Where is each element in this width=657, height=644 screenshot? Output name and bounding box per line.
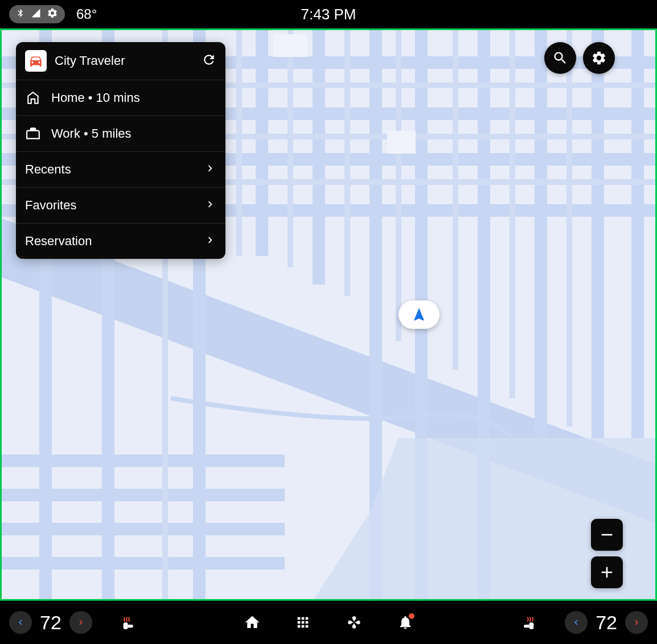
settings-button[interactable] (583, 42, 615, 74)
bluetooth-icon (16, 7, 25, 21)
right-temp-up-button[interactable] (625, 611, 648, 634)
map-view[interactable]: City Traveler Home • 10 mins Work • 5 mi… (0, 28, 657, 601)
chevron-right-icon (204, 198, 216, 213)
nav-item-recents-label: Recents (25, 162, 194, 177)
map-top-controls (544, 42, 615, 74)
search-button[interactable] (544, 42, 576, 74)
home-nav-button[interactable] (244, 614, 261, 631)
left-temp-up-button[interactable] (69, 611, 92, 634)
nav-item-favorites-label: Favorites (25, 198, 194, 213)
status-temperature: 68° (76, 6, 97, 22)
navigation-panel: City Traveler Home • 10 mins Work • 5 mi… (16, 42, 225, 259)
zoom-controls (591, 519, 623, 588)
notifications-nav-button[interactable] (397, 614, 413, 630)
refresh-button[interactable] (202, 52, 216, 69)
fan-nav-button[interactable] (345, 613, 363, 631)
app-title: City Traveler (55, 53, 194, 68)
app-icon (25, 50, 47, 72)
right-temperature: 72 (596, 612, 617, 634)
left-seat-heat-button[interactable] (120, 613, 138, 631)
right-temp-down-button[interactable] (565, 611, 588, 634)
nav-item-reservation[interactable]: Reservation (16, 224, 225, 259)
nav-item-home-label: Home • 10 mins (51, 90, 216, 105)
briefcase-icon (25, 126, 41, 141)
status-time: 7:43 PM (301, 6, 356, 23)
svg-rect-32 (273, 34, 307, 57)
status-left-group: 68° (9, 5, 97, 23)
status-pill[interactable] (9, 5, 65, 23)
zoom-in-button[interactable] (591, 556, 623, 588)
svg-rect-33 (387, 131, 416, 154)
notification-dot (409, 613, 414, 619)
chevron-right-icon (204, 234, 216, 249)
settings-status-icon (47, 7, 58, 21)
current-location-marker[interactable] (399, 300, 440, 329)
left-climate-group: 72 (9, 611, 138, 634)
center-nav-group (244, 613, 413, 631)
nav-item-work[interactable]: Work • 5 miles (16, 116, 225, 152)
apps-nav-button[interactable] (295, 614, 311, 630)
chevron-right-icon (204, 162, 216, 177)
right-climate-group: 72 (519, 611, 648, 634)
nav-item-work-label: Work • 5 miles (51, 126, 216, 141)
nav-item-favorites[interactable]: Favorites (16, 188, 225, 224)
nav-item-recents[interactable]: Recents (16, 152, 225, 188)
home-icon (25, 90, 41, 105)
zoom-out-button[interactable] (591, 519, 623, 551)
nav-item-home[interactable]: Home • 10 mins (16, 80, 225, 116)
status-bar: 68° 7:43 PM (0, 0, 657, 28)
right-seat-heat-button[interactable] (519, 613, 537, 631)
left-temperature: 72 (40, 612, 61, 634)
bottom-nav-bar: 72 72 (0, 601, 657, 644)
panel-header: City Traveler (16, 42, 225, 80)
left-temp-down-button[interactable] (9, 611, 32, 634)
nav-item-reservation-label: Reservation (25, 234, 194, 249)
signal-icon (31, 8, 41, 20)
